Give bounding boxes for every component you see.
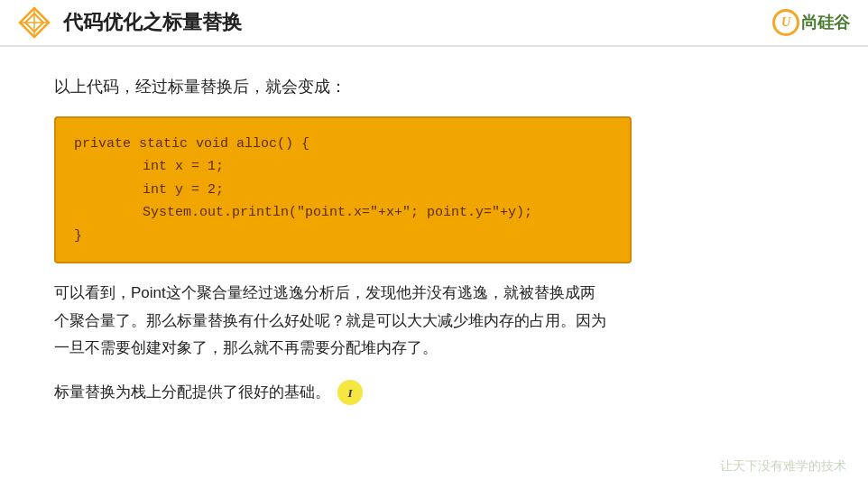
summary-section: 标量替换为栈上分配提供了很好的基础。 I bbox=[54, 379, 814, 407]
code-line-5: } bbox=[74, 225, 612, 248]
code-line-2: int x = 1; bbox=[110, 155, 612, 179]
brand-icon: U 尚硅谷 bbox=[772, 9, 850, 36]
slide-container: 代码优化之标量替换 U 尚硅谷 以上代码，经过标量替换后，就会变成： priva… bbox=[0, 0, 868, 489]
description-line2: 个聚合量了。那么标量替换有什么好处呢？就是可以大大减少堆内存的占用。因为 bbox=[54, 312, 606, 329]
code-line-3: int y = 2; bbox=[110, 179, 612, 202]
summary-text: 标量替换为栈上分配提供了很好的基础。 bbox=[54, 379, 330, 407]
intro-text: 以上代码，经过标量替换后，就会变成： bbox=[54, 74, 814, 100]
code-line-4: System.out.println("point.x="+x+"; point… bbox=[110, 201, 612, 225]
header: 代码优化之标量替换 U 尚硅谷 bbox=[0, 0, 868, 47]
cursor-indicator: I bbox=[337, 380, 363, 405]
diamond-logo-icon bbox=[18, 6, 51, 39]
header-left: 代码优化之标量替换 bbox=[18, 6, 242, 39]
description-line3: 一旦不需要创建对象了，那么就不再需要分配堆内存了。 bbox=[54, 339, 438, 356]
brand-name: 尚硅谷 bbox=[801, 12, 850, 33]
brand-logo: U 尚硅谷 bbox=[772, 9, 850, 36]
description-line1: 可以看到，Point这个聚合量经过逃逸分析后，发现他并没有逃逸，就被替换成两 bbox=[54, 284, 596, 301]
code-block: private static void alloc() { int x = 1;… bbox=[54, 116, 632, 264]
watermark: 让天下没有难学的技术 bbox=[720, 458, 846, 475]
code-line-1: private static void alloc() { bbox=[74, 133, 612, 156]
main-content: 以上代码，经过标量替换后，就会变成： private static void a… bbox=[0, 47, 868, 489]
brand-circle: U bbox=[772, 9, 799, 36]
description: 可以看到，Point这个聚合量经过逃逸分析后，发现他并没有逃逸，就被替换成两 个… bbox=[54, 280, 814, 363]
page-title: 代码优化之标量替换 bbox=[63, 9, 242, 36]
